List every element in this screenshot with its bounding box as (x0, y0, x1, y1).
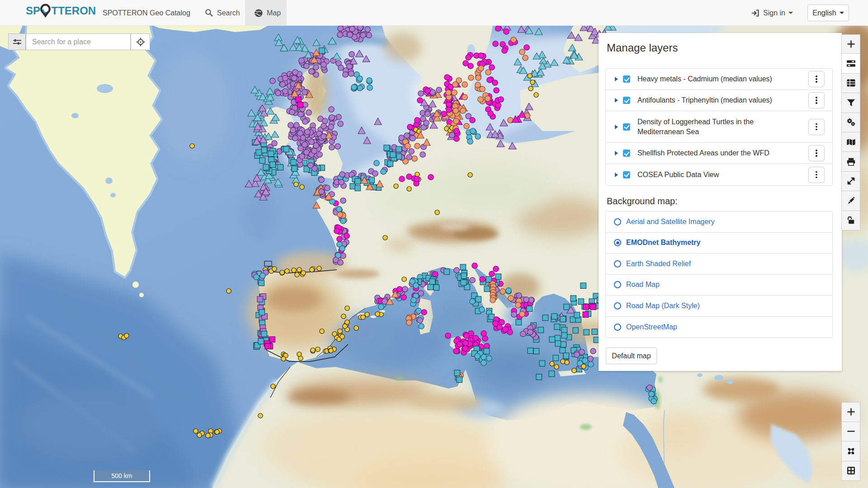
svg-text:TTERON: TTERON (52, 5, 96, 17)
svg-text:SP: SP (26, 5, 40, 17)
